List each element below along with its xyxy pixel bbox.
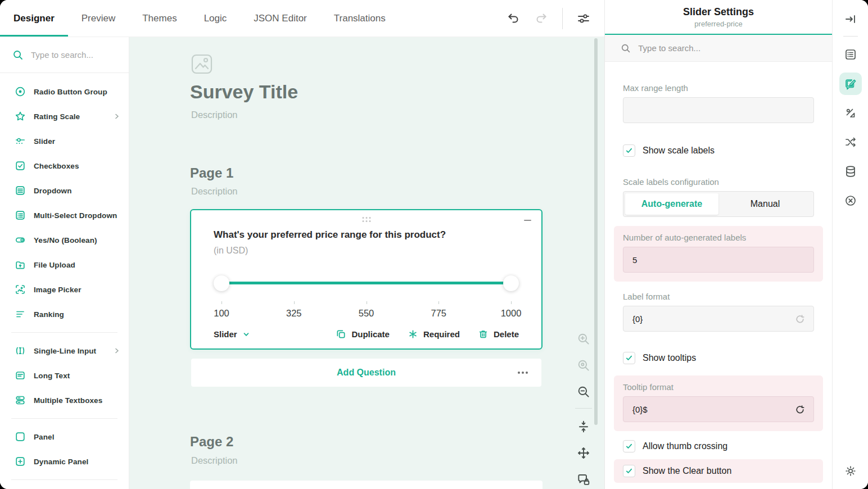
toolbox-item-multiselect-dropdown[interactable]: Multi-Select Dropdown: [0, 203, 129, 228]
property-grid-tab-icon[interactable]: [839, 73, 862, 95]
show-scale-labels-row[interactable]: Show scale labels: [614, 139, 823, 162]
add-question-button[interactable]: Add Question: [191, 359, 541, 387]
allow-thumb-crossing-checkbox[interactable]: [623, 440, 635, 452]
show-tooltips-row[interactable]: Show tooltips: [614, 346, 823, 370]
toolbox-item-rating-scale[interactable]: Rating Scale: [0, 104, 129, 129]
segment-auto-generate[interactable]: Auto-generate: [625, 193, 718, 215]
theme-tab-icon[interactable]: [839, 102, 862, 124]
page1-title[interactable]: Page 1: [190, 165, 233, 181]
boolean-icon: [15, 234, 26, 246]
auto-labels-count-input[interactable]: [623, 247, 814, 273]
embedded-data-tab-icon[interactable]: [839, 160, 862, 183]
creator-settings-icon[interactable]: [576, 11, 591, 26]
reset-icon[interactable]: [794, 404, 806, 416]
add-question-label: Add Question: [337, 368, 396, 378]
toolbox-item-ranking[interactable]: Ranking: [0, 302, 129, 327]
page2-question-card-partial[interactable]: [190, 481, 542, 489]
property-search[interactable]: [605, 35, 832, 62]
multiple-textboxes-icon: [15, 395, 26, 406]
toolbox-item-single-line-input[interactable]: Single-Line Input: [0, 338, 129, 363]
toolbox-item-multiple-textboxes[interactable]: Multiple Textboxes: [0, 388, 129, 413]
tab-designer[interactable]: Designer: [0, 0, 68, 37]
toolbox-item-label: Multi-Select Dropdown: [34, 211, 117, 220]
toolbox-item-slider[interactable]: Slider: [0, 129, 129, 153]
collapse-all-icon[interactable]: [575, 418, 592, 435]
toolbox-item-image-picker[interactable]: Image Picker: [0, 277, 129, 302]
tab-themes[interactable]: Themes: [129, 0, 190, 37]
max-range-length-input[interactable]: [623, 97, 814, 123]
slider-thumb-max[interactable]: [503, 275, 519, 291]
toolbox-item-panel[interactable]: Panel: [0, 424, 129, 449]
toolbox-search[interactable]: Type to search...: [0, 37, 129, 73]
more-options-icon[interactable]: [514, 368, 531, 377]
toolbox-item-label: Checkboxes: [34, 162, 79, 170]
required-button[interactable]: Required: [408, 329, 460, 339]
toolbox-item-dynamic-panel[interactable]: Dynamic Panel: [0, 449, 129, 474]
question-type-selector[interactable]: Slider: [214, 329, 250, 339]
lock-questions-icon[interactable]: [575, 471, 592, 488]
drag-surface-icon[interactable]: [575, 445, 592, 461]
slider-thumb-min[interactable]: [214, 275, 229, 291]
duplicate-button[interactable]: Duplicate: [336, 329, 390, 339]
checkboxes-icon: [15, 160, 26, 171]
chevron-down-icon: [242, 330, 250, 338]
toolbox-item-radio-button-group[interactable]: Radio Button Group: [0, 79, 129, 104]
survey-logo-placeholder-icon[interactable]: [191, 54, 213, 76]
zoom-reset-icon[interactable]: [575, 357, 592, 374]
question-actions: Duplicate Required Delete: [336, 329, 519, 339]
tab-logic[interactable]: Logic: [191, 0, 241, 37]
toolbox-item-label: Panel: [34, 433, 55, 441]
page2-title[interactable]: Page 2: [190, 434, 233, 450]
survey-description[interactable]: Description: [191, 110, 238, 120]
logic-tab-icon[interactable]: [839, 131, 862, 153]
label-format-input[interactable]: [623, 306, 814, 332]
collapse-question-icon[interactable]: [524, 220, 531, 221]
checkmark-icon: [625, 147, 633, 155]
question-title[interactable]: What's your preferred price range for th…: [214, 229, 519, 241]
file-upload-icon: [15, 259, 26, 270]
undo-icon[interactable]: [506, 11, 521, 26]
toolbox-item-long-text[interactable]: Long Text: [0, 363, 129, 388]
slider-scale-label: 775: [431, 308, 446, 319]
search-icon: [621, 43, 631, 54]
survey-title[interactable]: Survey Title: [190, 81, 298, 103]
canvas-scrollbar[interactable]: [594, 38, 598, 425]
toolbox-item-boolean[interactable]: Yes/No (Boolean): [0, 228, 129, 252]
reset-icon[interactable]: [794, 313, 806, 325]
tooltip-format-input[interactable]: [623, 396, 814, 422]
zoom-in-icon[interactable]: [575, 330, 592, 347]
segment-manual[interactable]: Manual: [718, 193, 812, 215]
toolbox-item-dropdown[interactable]: Dropdown: [0, 178, 129, 203]
question-description[interactable]: (in USD): [214, 246, 248, 256]
show-clear-button-checkbox[interactable]: [623, 465, 635, 477]
drag-handle-icon[interactable]: [362, 217, 370, 222]
settings-gear-icon[interactable]: [839, 460, 862, 482]
slider-track[interactable]: [221, 282, 511, 284]
toolbox-item-file-upload[interactable]: File Upload: [0, 252, 129, 277]
collapse-panel-icon[interactable]: [839, 8, 862, 30]
slider-tick: [438, 301, 439, 304]
delete-button[interactable]: Delete: [478, 329, 519, 339]
question-footer: Slider Duplicate Required Delete: [214, 329, 519, 339]
toolbox-tab-icon[interactable]: [839, 43, 862, 66]
question-card-preferred-price[interactable]: What's your preferred price range for th…: [190, 209, 542, 350]
page2-description[interactable]: Description: [191, 455, 238, 466]
page1-description[interactable]: Description: [191, 186, 238, 197]
show-clear-button-row[interactable]: Show the Clear button: [614, 459, 823, 483]
chevron-right-icon[interactable]: [113, 347, 121, 355]
allow-thumb-crossing-row[interactable]: Allow thumb crossing: [614, 434, 823, 458]
show-tooltips-checkbox[interactable]: [623, 352, 635, 364]
close-panel-icon[interactable]: [839, 189, 862, 212]
toolbox-item-label: Long Text: [34, 372, 70, 380]
duplicate-icon: [336, 329, 346, 339]
show-scale-labels-checkbox[interactable]: [623, 144, 635, 157]
tab-translations[interactable]: Translations: [320, 0, 399, 37]
redo-icon[interactable]: [534, 11, 549, 26]
chevron-right-icon[interactable]: [113, 112, 121, 120]
toolbox-item-checkboxes[interactable]: Checkboxes: [0, 153, 129, 178]
max-range-length-label: Max range length: [614, 83, 823, 93]
tab-json-editor[interactable]: JSON Editor: [240, 0, 320, 37]
zoom-out-icon[interactable]: [575, 383, 592, 400]
tab-preview[interactable]: Preview: [68, 0, 129, 37]
property-search-input[interactable]: [638, 43, 816, 53]
